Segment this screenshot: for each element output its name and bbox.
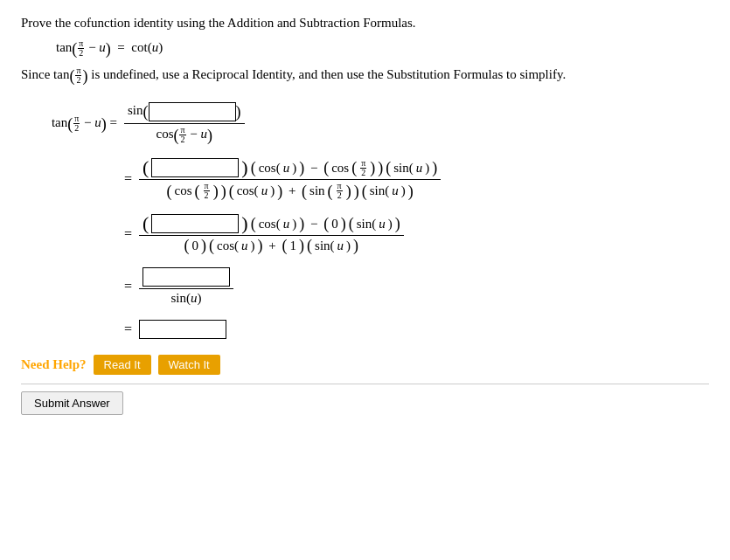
denominator-1: cos(π2 − u) [152,124,216,144]
equals-3: = [124,226,132,242]
input-4[interactable] [143,267,230,287]
identity-math: tan(π2 − u) = cot(u) [56,39,163,58]
read-it-button[interactable]: Read It [94,355,151,375]
input-5[interactable] [139,320,226,339]
denominator-4: sin(u) [168,289,205,306]
fraction-3: ( ) (cos(u)) − (0) (sin(u)) (0) (cos(u))… [139,214,404,253]
need-help-label: Need Help? [21,357,87,372]
fraction-2: ( ) (cos(u)) − (cos(π2)) (sin(u)) (cos(π… [139,158,441,200]
input-2[interactable] [151,158,239,177]
lhs-1: tan(π2 − u) = [21,114,117,133]
numerator-4 [139,267,233,289]
watch-it-button[interactable]: Watch It [158,355,220,375]
intro-text: Prove the cofunction identity using the … [21,16,709,31]
submit-button[interactable]: Submit Answer [21,391,123,415]
fraction-4: sin(u) [139,267,233,306]
numerator-2: ( ) (cos(u)) − (cos(π2)) (sin(u)) [139,158,441,180]
divider [21,384,709,384]
input-1[interactable] [149,102,236,121]
help-section: Need Help? Read It Watch It [21,355,709,375]
fraction-1: sin() cos(π2 − u) [124,102,245,144]
denominator-3: (0) (cos(u)) + (1) (sin(u)) [181,236,362,253]
equation-row-2: = ( ) (cos(u)) − (cos(π2)) (sin(u)) (cos… [124,158,709,200]
equation-row-4: = sin(u) [124,267,709,306]
input-3[interactable] [151,214,239,233]
equation-row-1: tan(π2 − u) = sin() cos(π2 − u) [21,102,709,144]
equals-5: = [124,321,132,337]
equation-row-5: = [124,320,709,339]
numerator-3: ( ) (cos(u)) − (0) (sin(u)) [139,214,404,236]
submit-section: Submit Answer [21,391,709,415]
equation-row-3: = ( ) (cos(u)) − (0) (sin(u)) (0) (cos(u… [124,214,709,253]
since-line: Since tan(π2) is undefined, use a Recipr… [21,66,709,85]
identity-display: tan(π2 − u) = cot(u) [56,39,709,58]
denominator-2: (cos(π2)) (cos(u)) + (sin(π2)) (sin(u)) [163,180,417,200]
equals-4: = [124,279,132,294]
numerator-1: sin() [124,102,245,124]
equals-2: = [124,171,132,187]
